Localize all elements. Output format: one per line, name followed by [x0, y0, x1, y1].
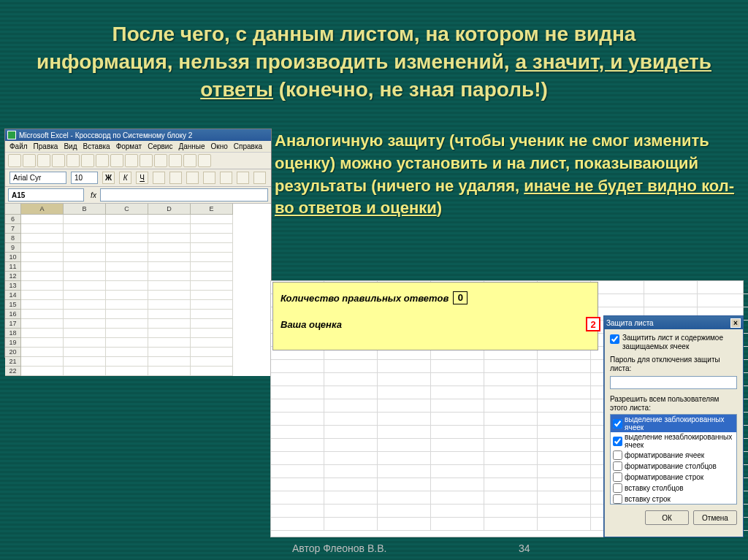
grade-label: Ваша оценка — [280, 319, 342, 330]
bold-button[interactable]: Ж — [102, 172, 115, 184]
footer-page-number: 34 — [519, 542, 530, 554]
permission-item[interactable]: форматирование ячеек — [611, 450, 736, 461]
menu-item[interactable]: Формат — [116, 142, 142, 150]
menu-item[interactable]: Файл — [9, 142, 28, 150]
permissions-label: Разрешить всем пользователям этого листа… — [610, 395, 737, 413]
result-panel: Количество правильных ответов 0 Ваша оце… — [272, 282, 598, 350]
protect-checkbox[interactable] — [610, 334, 619, 344]
italic-button[interactable]: К — [119, 172, 131, 184]
ok-button[interactable]: ОК — [645, 510, 689, 525]
permission-item[interactable]: вставку столбцов — [611, 483, 736, 494]
permission-item[interactable]: выделение незаблокированных ячеек — [611, 432, 736, 450]
fx-icon[interactable]: fx — [87, 191, 100, 199]
excel-toolbar-standard[interactable] — [5, 152, 271, 169]
menu-item[interactable]: Окно — [211, 142, 228, 150]
permissions-listbox[interactable]: выделение заблокированных ячееквыделение… — [610, 414, 737, 505]
slide-body: Аналогичную защиту (чтобы ученик не смог… — [275, 130, 735, 220]
font-selector[interactable]: Arial Cyr — [9, 172, 66, 184]
close-icon[interactable]: × — [730, 318, 741, 328]
footer-author: Автор Флеонов В.В. — [292, 542, 386, 554]
protect-sheet-dialog: Защита листа × Защитить лист и содержимо… — [603, 315, 744, 537]
menu-item[interactable]: Справка — [234, 142, 262, 150]
permission-item[interactable]: форматирование столбцов — [611, 461, 736, 472]
permission-item[interactable]: форматирование строк — [611, 472, 736, 483]
dialog-title: Защита листа — [606, 319, 654, 327]
password-label: Пароль для отключения защиты листа: — [610, 356, 737, 373]
menu-item[interactable]: Вставка — [83, 142, 110, 150]
menu-item[interactable]: Вид — [64, 142, 77, 150]
cancel-button[interactable]: Отмена — [693, 510, 737, 525]
permission-item[interactable]: вставку строк — [611, 494, 736, 505]
menu-item[interactable]: Данные — [178, 142, 205, 150]
menu-item[interactable]: Правка — [34, 142, 58, 150]
excel-title: Microsoft Excel - Кроссворд по Системном… — [19, 131, 192, 139]
excel-window: Microsoft Excel - Кроссворд по Системном… — [4, 129, 272, 358]
excel-menubar[interactable]: ФайлПравкаВидВставкаФорматСервисДанныеОк… — [5, 141, 271, 152]
excel-app-icon — [7, 131, 16, 139]
grade-value: 2 — [586, 317, 600, 331]
dialog-titlebar[interactable]: Защита листа × — [604, 316, 743, 329]
password-input[interactable] — [610, 376, 737, 389]
correct-answers-label: Количество правильных ответов — [280, 293, 449, 304]
excel-grid[interactable]: 678910111213141516171819202122 ABCDE — [5, 204, 271, 376]
excel-titlebar[interactable]: Microsoft Excel - Кроссворд по Системном… — [5, 129, 271, 141]
correct-answers-value: 0 — [453, 291, 468, 304]
formula-bar[interactable] — [100, 188, 268, 202]
fontsize-selector[interactable]: 10 — [71, 172, 98, 184]
permission-item[interactable]: выделение заблокированных ячеек — [611, 415, 736, 432]
underline-button[interactable]: Ч — [136, 172, 148, 184]
excel-toolbar-format[interactable]: Arial Cyr 10 Ж К Ч — [5, 169, 271, 187]
name-box[interactable]: A15 — [8, 188, 84, 202]
slide-title: После чего, с данным листом, на котором … — [22, 20, 726, 103]
menu-item[interactable]: Сервис — [148, 142, 172, 150]
protect-checkbox-label: Защитить лист и содержимое защищаемых яч… — [622, 334, 737, 351]
